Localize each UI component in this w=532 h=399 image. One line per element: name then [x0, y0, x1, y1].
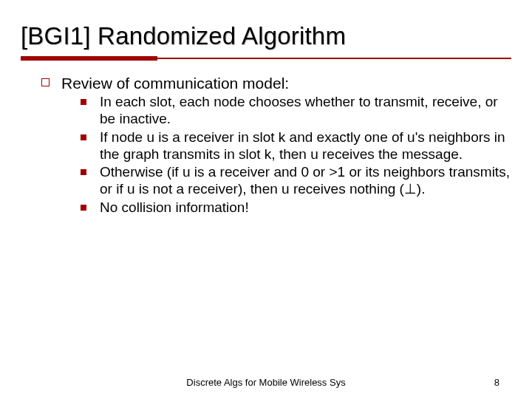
lvl2-text: If node u is a receiver in slot k and ex…	[100, 129, 511, 163]
lvl1-heading: Review of communication model:	[61, 74, 511, 92]
content: Review of communication model: In each s…	[21, 74, 511, 218]
title-rest: Randomized Algorithm	[91, 22, 346, 50]
rule-thick	[21, 56, 157, 61]
filled-square-bullet-icon	[81, 99, 86, 105]
title-rule	[21, 56, 511, 61]
filled-square-bullet-icon	[81, 169, 86, 175]
list-item: No collision information!	[81, 200, 511, 216]
hollow-square-bullet-icon	[41, 78, 50, 86]
list-item: Review of communication model: In each s…	[41, 74, 511, 218]
lvl2-text: In each slot, each node chooses whether …	[100, 94, 511, 128]
footer-center-text: Discrete Algs for Mobile Wireless Sys	[186, 377, 345, 388]
title-wrap: [BGI1] Randomized Algorithm	[21, 22, 511, 61]
lvl2-text: Otherwise (if u is a receiver and 0 or >…	[100, 164, 511, 198]
list-item: Otherwise (if u is a receiver and 0 or >…	[81, 164, 511, 198]
lvl2-text: No collision information!	[100, 200, 511, 216]
slide: [BGI1] Randomized Algorithm Review of co…	[0, 0, 532, 399]
filled-square-bullet-icon	[81, 205, 86, 211]
list-item: If node u is a receiver in slot k and ex…	[81, 129, 511, 163]
slide-title: [BGI1] Randomized Algorithm	[21, 22, 511, 50]
list-item: In each slot, each node chooses whether …	[81, 94, 511, 128]
filled-square-bullet-icon	[81, 134, 86, 140]
page-number: 8	[494, 377, 499, 388]
lvl1-body: Review of communication model: In each s…	[61, 74, 511, 218]
sublist: In each slot, each node chooses whether …	[61, 94, 511, 216]
title-prefix: [BGI1]	[21, 22, 91, 50]
